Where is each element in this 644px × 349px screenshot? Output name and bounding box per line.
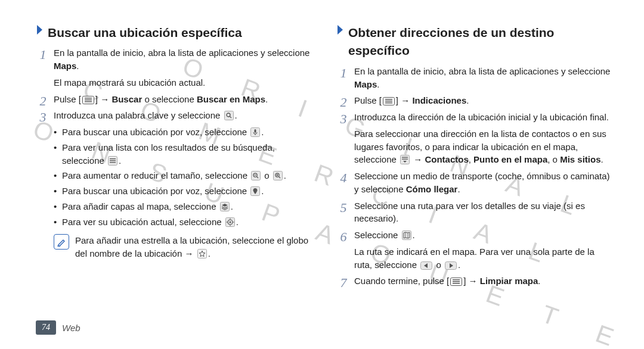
right-step-6-sub: La ruta se indicará en el mapa. Para ver… — [354, 245, 614, 272]
note-box: Para añadir una estrella a la ubicación,… — [54, 234, 314, 260]
places-icon — [250, 186, 260, 196]
right-column: Obtener direcciones de un destino especí… — [336, 24, 614, 291]
note-icon — [54, 234, 69, 250]
left-step-2: Pulse [] → Buscar o seleccione Buscar en… — [36, 93, 314, 106]
note-text: Para añadir una estrella a la ubicación,… — [75, 234, 314, 260]
svg-rect-11 — [110, 158, 116, 159]
section-label: Web — [62, 323, 80, 333]
right-step-7: Cuando termine, pulse [] → Limpiar mapa. — [336, 275, 614, 288]
left-step-3: Introduzca una palabra clave y seleccion… — [36, 109, 314, 228]
svg-rect-48 — [453, 281, 460, 282]
svg-rect-35 — [385, 99, 392, 100]
svg-rect-13 — [110, 162, 116, 163]
page-number: 74 — [36, 320, 56, 335]
layers-icon — [220, 202, 230, 211]
svg-rect-39 — [402, 157, 408, 158]
right-step-3: Introduzca la dirección de la ubicación … — [336, 111, 614, 166]
svg-rect-3 — [85, 101, 92, 102]
left-heading: Buscar una ubicación específica — [36, 24, 314, 42]
right-step-6: Seleccione . La ruta se indicará en el m… — [336, 229, 614, 271]
menu-key-icon — [82, 96, 94, 104]
dropdown-icon — [400, 155, 410, 164]
mic-icon — [250, 127, 260, 137]
left-bullet-current-loc: Para ver su ubicación actual, seleccione… — [54, 216, 314, 229]
menu-key-icon — [450, 278, 462, 286]
right-step-5: Seleccione una ruta para ver los detalle… — [336, 200, 614, 226]
right-step-4: Seleccione un medio de transporte (coche… — [336, 170, 614, 196]
right-step-1: En la pantalla de inicio, abra la lista … — [336, 65, 614, 91]
svg-rect-49 — [453, 283, 460, 284]
svg-rect-37 — [385, 102, 392, 104]
left-step-1-sub: El mapa mostrará su ubicación actual. — [54, 76, 314, 89]
search-icon — [224, 111, 234, 120]
svg-rect-40 — [402, 159, 408, 160]
right-step-2: Pulse [] → Indicaciones. — [336, 94, 614, 107]
left-column: Buscar una ubicación específica En la pa… — [36, 24, 314, 291]
map-icon — [402, 230, 411, 240]
left-bullet-layers: Para añadir capas al mapa, seleccione . — [54, 200, 314, 213]
right-step-3-sub: Para seleccionar una dirección en la lis… — [354, 127, 614, 166]
left-bullet-voice2: Para buscar una ubicación por voz, selec… — [54, 185, 314, 198]
left-bullet-results: Para ver una lista con los resultados de… — [54, 141, 314, 167]
page-footer: 74 Web — [36, 320, 80, 335]
svg-rect-14 — [252, 172, 261, 180]
svg-rect-12 — [110, 160, 116, 161]
left-bullet-zoom: Para aumentar o reducir el tamaño, selec… — [54, 169, 314, 182]
star-icon — [197, 249, 207, 258]
menu-key-icon — [383, 97, 395, 105]
svg-point-27 — [229, 221, 231, 223]
chevron-right-icon — [336, 24, 345, 36]
my-location-icon — [225, 217, 235, 227]
svg-rect-47 — [453, 279, 460, 281]
zoom-out-icon — [251, 171, 261, 180]
chevron-right-icon — [36, 24, 44, 36]
left-bullet-voice: Para buscar una ubicación por voz, selec… — [54, 126, 314, 139]
list-icon — [108, 156, 117, 166]
svg-rect-18 — [273, 172, 282, 180]
left-step-1: En la pantalla de inicio, abra la lista … — [36, 46, 314, 89]
svg-rect-38 — [401, 155, 410, 164]
arrow-left-icon — [420, 261, 432, 270]
zoom-in-icon — [273, 171, 283, 180]
right-heading: Obtener direcciones de un destino especí… — [336, 24, 614, 60]
arrow-right-icon — [445, 261, 457, 270]
svg-rect-8 — [255, 129, 256, 133]
svg-rect-4 — [224, 111, 233, 120]
svg-rect-2 — [85, 99, 92, 101]
svg-rect-1 — [85, 98, 92, 99]
svg-rect-36 — [385, 101, 392, 102]
